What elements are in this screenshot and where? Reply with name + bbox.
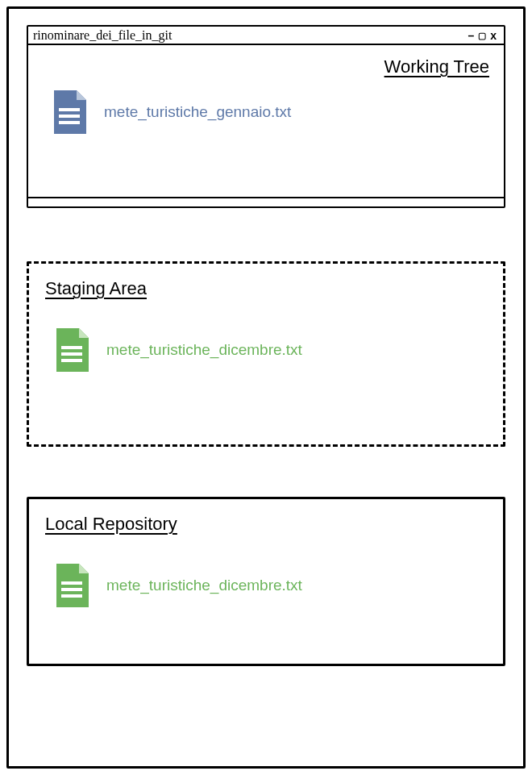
svg-rect-5 [61,359,82,362]
close-icon[interactable]: x [490,29,497,42]
local-repo-file: mete_turistiche_dicembre.txt [53,562,487,609]
svg-rect-1 [59,115,80,118]
svg-rect-0 [59,108,80,111]
working-tree-title: Working Tree [43,56,489,77]
document-icon [53,327,92,373]
working-tree-file: mete_turistiche_gennaio.txt [51,89,489,135]
svg-rect-7 [61,588,82,591]
document-icon [53,562,92,609]
local-repo-filename: mete_turistiche_dicembre.txt [106,577,302,594]
document-icon [51,89,89,135]
svg-rect-3 [61,346,82,349]
canvas-frame: rinominare_dei_file_in_git – ▢ x Working… [6,6,526,769]
window-controls[interactable]: – ▢ x [468,29,497,42]
maximize-icon[interactable]: ▢ [478,31,487,41]
window-status-strip [28,198,504,206]
svg-rect-4 [61,352,82,356]
staging-area-title: Staging Area [45,278,487,299]
working-tree-filename: mete_turistiche_gennaio.txt [104,103,291,121]
svg-rect-6 [61,581,82,585]
local-repo-box: Local Repository mete_turistiche_dicembr… [27,497,505,666]
window-title: rinominare_dei_file_in_git [33,28,172,43]
staging-area-file: mete_turistiche_dicembre.txt [53,327,487,373]
working-tree-window: rinominare_dei_file_in_git – ▢ x Working… [27,25,505,208]
local-repo-title: Local Repository [45,514,487,535]
window-body: Working Tree mete_turistiche_gennaio.txt [28,45,504,198]
window-title-bar: rinominare_dei_file_in_git – ▢ x [28,27,504,45]
minimize-icon[interactable]: – [468,29,475,42]
staging-area-filename: mete_turistiche_dicembre.txt [106,341,302,359]
staging-area-box: Staging Area mete_turistiche_dicembre.tx… [27,261,505,447]
svg-rect-8 [61,594,82,598]
svg-rect-2 [59,121,80,124]
